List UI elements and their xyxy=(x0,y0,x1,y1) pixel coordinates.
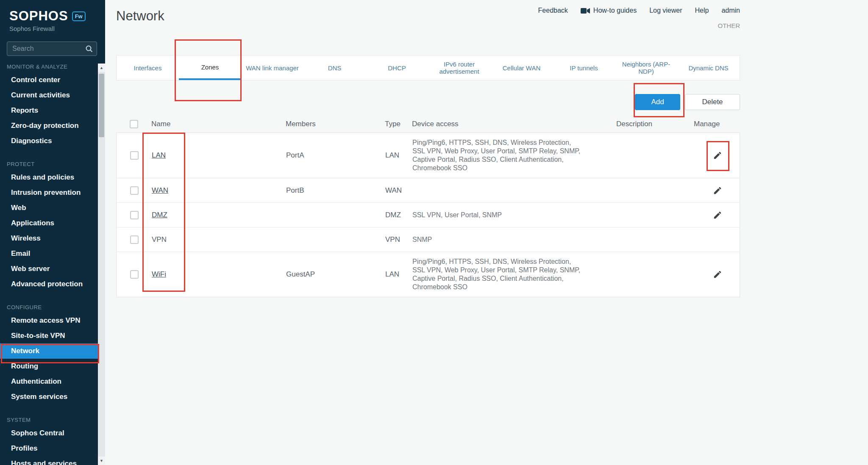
sidebar-item-remote-access-vpn[interactable]: Remote access VPN xyxy=(0,313,98,328)
zone-type-cell: LAN xyxy=(385,151,412,160)
zone-members-cell: PortB xyxy=(286,186,385,195)
sidebar-item-authentication[interactable]: Authentication xyxy=(0,374,98,389)
sidebar-item-advanced-protection[interactable]: Advanced protection xyxy=(0,277,98,292)
sidebar-item-email[interactable]: Email xyxy=(0,246,98,261)
sidebar-item-rules-and-policies[interactable]: Rules and policies xyxy=(0,170,98,185)
zone-name-wan[interactable]: WAN xyxy=(152,186,168,194)
table-header-row: NameMembersTypeDevice accessDescriptionM… xyxy=(116,115,740,133)
sidebar-item-reports[interactable]: Reports xyxy=(0,103,98,118)
search-input[interactable] xyxy=(7,42,97,56)
zone-device-access-cell: SNMP xyxy=(412,235,617,244)
zone-manage-cell xyxy=(694,186,740,195)
zone-type-cell: DMZ xyxy=(385,211,412,219)
sidebar-item-diagnostics[interactable]: Diagnostics xyxy=(0,133,98,149)
tab-zones[interactable]: Zones xyxy=(179,55,241,80)
table-row: LANPortALANPing/Ping6, HTTPS, SSH, DNS, … xyxy=(117,133,740,178)
edit-pencil-icon[interactable] xyxy=(713,151,722,160)
row-checkbox-cell xyxy=(117,186,152,195)
scroll-down-icon[interactable]: ▼ xyxy=(98,457,105,465)
table-row: WiFiGuestAPLANPing/Ping6, HTTPS, SSH, DN… xyxy=(117,252,740,297)
column-header-name: Name xyxy=(151,120,286,128)
tab-dhcp[interactable]: DHCP xyxy=(366,55,428,80)
sidebar-item-web[interactable]: Web xyxy=(0,200,98,216)
network-tabbar: InterfacesZonesWAN link managerDNSDHCPIP… xyxy=(116,55,740,80)
sidebar-item-intrusion-prevention[interactable]: Intrusion prevention xyxy=(0,185,98,200)
sidebar-item-hosts-and-services[interactable]: Hosts and services xyxy=(0,456,98,465)
zone-name-cell: WiFi xyxy=(152,270,286,279)
top-link-feedback[interactable]: Feedback xyxy=(538,7,568,14)
top-links: FeedbackHow-to guidesLog viewerHelpadmin xyxy=(538,7,740,14)
tab-dynamic-dns[interactable]: Dynamic DNS xyxy=(677,55,740,80)
zone-type-cell: WAN xyxy=(385,186,412,195)
search-icon[interactable] xyxy=(85,45,93,53)
zone-members-cell: PortA xyxy=(286,151,385,160)
tab-neighbors-arp-ndp[interactable]: Neighbors (ARP-NDP) xyxy=(615,55,677,80)
tab-wan-link-manager[interactable]: WAN link manager xyxy=(241,55,303,80)
column-header-type: Type xyxy=(385,120,412,128)
sidebar-item-applications[interactable]: Applications xyxy=(0,216,98,231)
header-checkbox-cell xyxy=(116,120,151,128)
edit-pencil-icon[interactable] xyxy=(713,186,722,195)
zone-type-cell: LAN xyxy=(385,270,412,279)
column-header-manage: Manage xyxy=(694,120,740,128)
edit-pencil-icon[interactable] xyxy=(713,270,722,279)
page-title: Network xyxy=(116,8,164,24)
row-checkbox[interactable] xyxy=(130,211,139,219)
scroll-up-icon[interactable]: ▲ xyxy=(98,64,105,72)
sidebar-item-control-center[interactable]: Control center xyxy=(0,72,98,88)
zone-type-cell: VPN xyxy=(385,235,412,244)
sidebar-item-network[interactable]: Network xyxy=(0,343,98,359)
sidebar-item-profiles[interactable]: Profiles xyxy=(0,441,98,456)
environment-label: OTHER xyxy=(718,22,740,29)
sidebar-item-web-server[interactable]: Web server xyxy=(0,261,98,277)
sidebar-item-site-to-site-vpn[interactable]: Site-to-site VPN xyxy=(0,328,98,343)
column-header-device-access: Device access xyxy=(412,120,616,128)
tab-interfaces[interactable]: Interfaces xyxy=(117,55,179,80)
select-all-checkbox[interactable] xyxy=(130,120,138,128)
content-column: Network FeedbackHow-to guidesLog viewerH… xyxy=(116,0,740,297)
row-checkbox-cell xyxy=(117,151,152,160)
add-button[interactable]: Add xyxy=(635,94,680,110)
sidebar-scrollbar[interactable]: ▲ ▼ xyxy=(98,64,105,465)
zone-manage-cell xyxy=(694,270,740,279)
sidebar-item-wireless[interactable]: Wireless xyxy=(0,231,98,246)
zone-name-dmz[interactable]: DMZ xyxy=(152,211,167,219)
zone-manage-cell xyxy=(694,151,740,160)
row-checkbox[interactable] xyxy=(130,270,139,279)
sidebar-item-system-services[interactable]: System services xyxy=(0,389,98,404)
top-link-log-viewer[interactable]: Log viewer xyxy=(649,7,682,14)
logo-subtitle: Sophos Firewall xyxy=(9,25,105,32)
zone-device-access-cell: Ping/Ping6, HTTPS, SSH, DNS, Wireless Pr… xyxy=(412,257,617,291)
table-row: VPNVPNSNMP xyxy=(117,227,740,252)
nav-section-label: SYSTEM xyxy=(0,415,98,426)
zone-name-lan[interactable]: LAN xyxy=(152,151,166,159)
nav-section-label: PROTECT xyxy=(0,159,98,170)
zone-device-access-cell: Ping/Ping6, HTTPS, SSH, DNS, Wireless Pr… xyxy=(412,138,617,172)
zone-name-cell: LAN xyxy=(152,151,286,160)
sidebar-item-routing[interactable]: Routing xyxy=(0,359,98,374)
top-link-help[interactable]: Help xyxy=(695,7,709,14)
sidebar-nav: MONITOR & ANALYZEControl centerCurrent a… xyxy=(0,61,98,465)
sidebar-item-current-activities[interactable]: Current activities xyxy=(0,88,98,103)
zone-name-wifi[interactable]: WiFi xyxy=(152,270,166,278)
row-checkbox-cell xyxy=(117,235,152,244)
tab-ipv6-router-advertisement[interactable]: IPv6 router advertisement xyxy=(428,55,490,80)
tab-ip-tunnels[interactable]: IP tunnels xyxy=(553,55,615,80)
top-link-admin[interactable]: admin xyxy=(721,7,740,14)
delete-button[interactable]: Delete xyxy=(685,94,740,110)
top-link-how-to-guides[interactable]: How-to guides xyxy=(581,7,637,14)
column-header-members: Members xyxy=(286,120,385,128)
edit-pencil-icon[interactable] xyxy=(713,210,722,220)
table-row: WANPortBWAN xyxy=(117,178,740,203)
sidebar-item-sophos-central[interactable]: Sophos Central xyxy=(0,426,98,441)
zone-device-access-cell: SSL VPN, User Portal, SNMP xyxy=(412,211,617,219)
tab-cellular-wan[interactable]: Cellular WAN xyxy=(490,55,553,80)
sidebar-item-zero-day-protection[interactable]: Zero-day protection xyxy=(0,118,98,133)
firewall-badge: Fw xyxy=(72,11,86,21)
scrollbar-thumb[interactable] xyxy=(99,74,104,137)
sidebar: SOPHOS Fw Sophos Firewall MONITOR & ANAL… xyxy=(0,0,105,465)
row-checkbox[interactable] xyxy=(130,151,139,160)
tab-dns[interactable]: DNS xyxy=(303,55,366,80)
row-checkbox[interactable] xyxy=(130,186,139,195)
row-checkbox[interactable] xyxy=(130,235,139,244)
